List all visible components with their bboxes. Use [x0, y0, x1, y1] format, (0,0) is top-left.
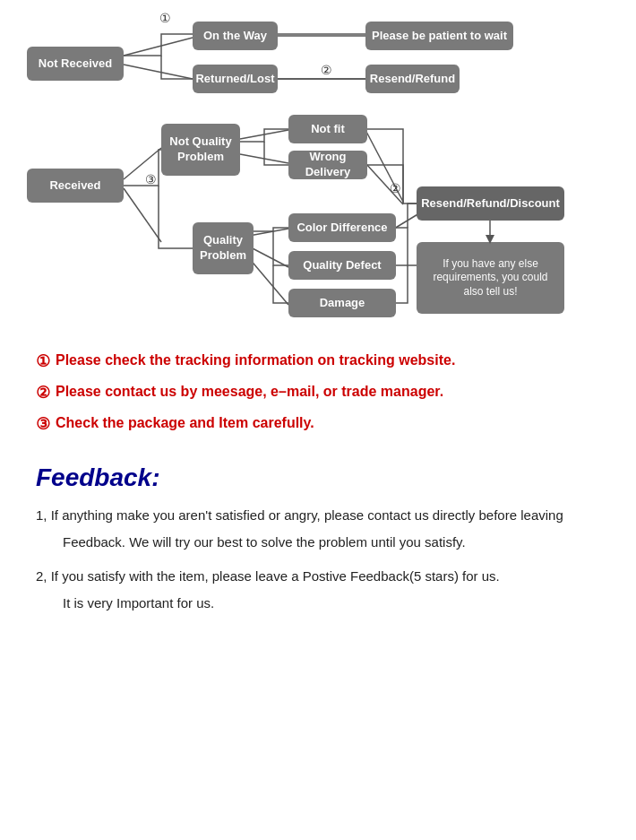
instruction-1-text: Please check the tracking information on…	[56, 350, 455, 371]
instructions-section: ① Please check the tracking information …	[36, 350, 600, 437]
circle-2-bottom: ②	[390, 181, 401, 195]
svg-line-1	[124, 65, 193, 79]
instruction-3-num: ③	[36, 412, 50, 437]
instruction-1-num: ①	[36, 350, 50, 374]
box-quality-defect: Quality Defect	[288, 251, 396, 280]
svg-line-13	[394, 213, 419, 229]
instruction-3: ③ Check the package and Item carefully.	[36, 412, 600, 437]
instruction-2-text: Please contact us by meesage, e–mail, or…	[56, 381, 443, 403]
box-on-the-way: On the Way	[193, 22, 278, 50]
box-please-be-patient: Please be patient to wait	[365, 22, 513, 50]
svg-line-10	[249, 258, 288, 305]
instruction-2: ② Please contact us by meesage, e–mail, …	[36, 381, 600, 405]
feedback-item-1-indent: Feedback. We will try our best to solve …	[63, 532, 600, 553]
box-not-fit: Not fit	[288, 115, 367, 143]
svg-line-7	[240, 154, 288, 163]
instruction-1: ① Please check the tracking information …	[36, 350, 600, 374]
box-damage: Damage	[288, 289, 396, 317]
box-color-difference: Color Difference	[288, 213, 396, 242]
circle-2-top: ②	[321, 63, 332, 77]
box-resend-refund: Resend/Refund	[365, 65, 460, 93]
box-returned-lost: Returned/Lost	[193, 65, 278, 93]
svg-line-6	[240, 130, 288, 139]
feedback-item-1-prefix: 1, If anything make you aren't satisfied…	[36, 505, 600, 526]
circle-1: ①	[159, 11, 171, 25]
circle-3: ③	[145, 172, 157, 186]
box-not-received: Not Received	[27, 47, 124, 81]
feedback-item-2-prefix: 2, If you satisfy with the item, please …	[36, 566, 600, 587]
box-resend-refund-discount: Resend/Refund/Discount	[417, 186, 564, 221]
svg-line-0	[124, 38, 193, 56]
svg-line-5	[124, 188, 161, 242]
instruction-2-num: ②	[36, 381, 50, 405]
box-if-you-have: If you have any else requirements, you c…	[417, 242, 564, 314]
feedback-section: Feedback: 1, If anything make you aren't…	[36, 463, 600, 614]
box-wrong-delivery: Wrong Delivery	[288, 151, 367, 179]
box-quality-problem: Quality Problem	[193, 222, 254, 274]
feedback-item-2-indent: It is very Important for us.	[63, 593, 600, 614]
svg-line-9	[249, 247, 288, 267]
flowchart: ① ② ③ ② Not Received On the Way Returned…	[18, 9, 618, 341]
box-not-quality-problem: Not Quality Problem	[161, 124, 240, 176]
instruction-3-text: Check the package and Item carefully.	[56, 412, 314, 434]
feedback-title: Feedback:	[36, 463, 600, 492]
svg-line-8	[249, 229, 288, 236]
box-received: Received	[27, 169, 124, 203]
